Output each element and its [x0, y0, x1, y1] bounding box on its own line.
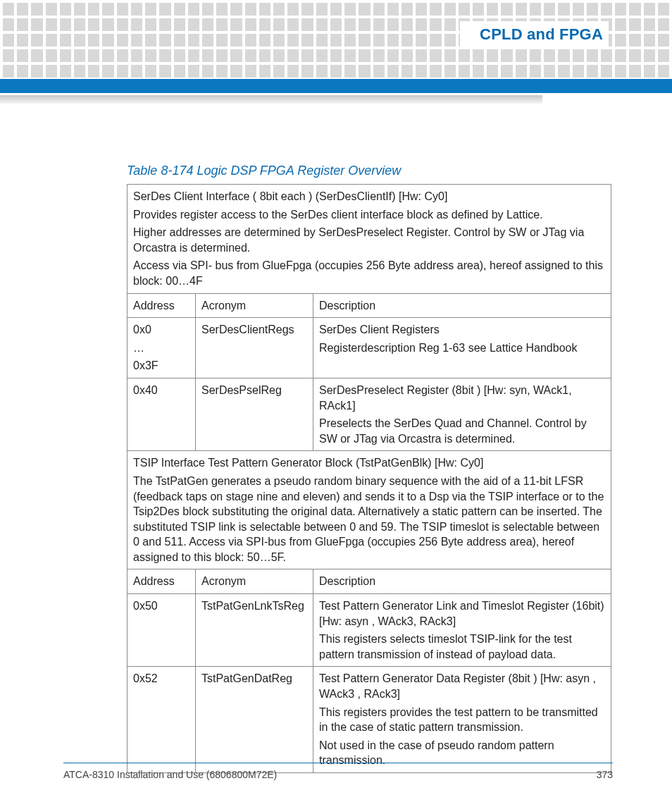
cell-description: Test Pattern Generator Link and Timeslot…: [313, 594, 611, 667]
section-title: CPLD and FPGA: [480, 25, 603, 43]
cell-address: 0x0 … 0x3F: [127, 318, 196, 378]
col-header-acronym: Acronym: [196, 569, 313, 594]
table-row: Address Acronym Description: [127, 569, 611, 594]
table-row: Address Acronym Description: [127, 293, 611, 318]
addr-line: 0x0: [133, 322, 189, 338]
header-grey-bar: [0, 95, 542, 104]
addr-line: 0x3F: [133, 358, 189, 374]
desc-line: Test Pattern Generator Data Register (8b…: [319, 671, 605, 701]
col-header-acronym: Acronym: [196, 293, 313, 318]
cell-acronym: SerDesPselReg: [196, 378, 313, 450]
page-footer: ATCA-8310 Installation and Use (6806800M…: [63, 763, 613, 780]
header-blue-bar: [0, 79, 672, 93]
desc-line: Registerdescription Reg 1-63 see Lattice…: [319, 340, 605, 356]
col-header-address: Address: [127, 569, 196, 594]
desc-line: Test Pattern Generator Link and Timeslot…: [319, 598, 605, 629]
block1-heading: SerDes Client Interface ( 8bit each ) (S…: [133, 189, 605, 204]
block2-heading: TSIP Interface Test Pattern Generator Bl…: [133, 455, 605, 471]
cell-description: SerDesPreselect Register (8bit ) [Hw: sy…: [313, 378, 611, 450]
cell-acronym: TstPatGenDatReg: [196, 667, 313, 773]
section-title-wrap: CPLD and FPGA: [460, 21, 609, 48]
table-row: SerDes Client Interface ( 8bit each ) (S…: [127, 185, 611, 294]
register-overview-table: SerDes Client Interface ( 8bit each ) (S…: [127, 184, 611, 773]
cell-description: Test Pattern Generator Data Register (8b…: [313, 667, 611, 773]
cell-acronym: TstPatGenLnkTsReg: [196, 594, 313, 667]
col-header-description: Description: [313, 293, 611, 318]
table-row: TSIP Interface Test Pattern Generator Bl…: [127, 451, 611, 569]
addr-line: …: [133, 340, 189, 356]
footer-page-number: 373: [597, 769, 613, 780]
cell-address: 0x40: [127, 378, 196, 450]
col-header-description: Description: [313, 569, 611, 594]
table-row: 0x52 TstPatGenDatReg Test Pattern Genera…: [127, 667, 611, 773]
desc-line: This registers provides the test pattern…: [319, 705, 605, 735]
col-header-address: Address: [127, 293, 196, 318]
block2-heading-cell: TSIP Interface Test Pattern Generator Bl…: [127, 451, 611, 569]
block1-p3: Access via SPI- bus from GlueFpga (occup…: [133, 258, 605, 288]
desc-line: SerDes Client Registers: [319, 322, 605, 338]
table-row: 0x40 SerDesPselReg SerDesPreselect Regis…: [127, 378, 611, 450]
table-row: 0x50 TstPatGenLnkTsReg Test Pattern Gene…: [127, 594, 611, 667]
block1-p1: Provides register access to the SerDes c…: [133, 207, 605, 223]
desc-line: SerDesPreselect Register (8bit ) [Hw: sy…: [319, 383, 605, 413]
block1-p2: Higher addresses are determined by SerDe…: [133, 225, 605, 255]
cell-description: SerDes Client Registers Registerdescript…: [313, 318, 611, 378]
cell-address: 0x52: [127, 667, 196, 773]
desc-line: Preselects the SerDes Quad and Channel. …: [319, 416, 605, 446]
block2-p1: The TstPatGen generates a pseudo random …: [133, 474, 605, 565]
block1-heading-cell: SerDes Client Interface ( 8bit each ) (S…: [127, 185, 611, 294]
table-row: 0x0 … 0x3F SerDesClientRegs SerDes Clien…: [127, 318, 611, 378]
cell-address: 0x50: [127, 594, 196, 667]
cell-acronym: SerDesClientRegs: [196, 318, 313, 378]
footer-doc-title: ATCA-8310 Installation and Use (6806800M…: [63, 769, 277, 780]
table-caption: Table 8-174 Logic DSP FPGA Register Over…: [127, 164, 611, 178]
desc-line: This registers selects timeslot TSIP-lin…: [319, 632, 605, 662]
page-content: Table 8-174 Logic DSP FPGA Register Over…: [127, 164, 611, 773]
